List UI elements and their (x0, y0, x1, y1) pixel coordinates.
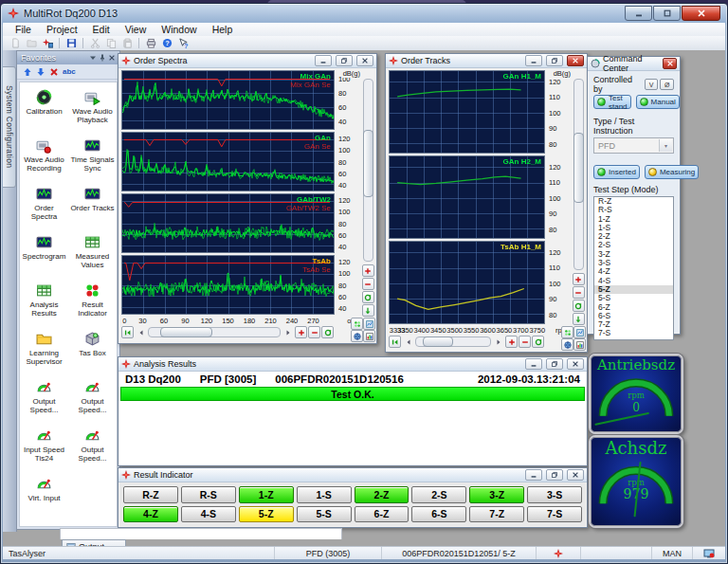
delete-icon[interactable] (49, 67, 59, 77)
paste-button[interactable] (119, 37, 135, 49)
spectra-plot-gab-tw2[interactable]: GAb/TW2GAb/TW2 Se (121, 193, 335, 253)
zoom-in-y-button[interactable] (362, 264, 374, 277)
scroll-right-button[interactable] (492, 336, 504, 348)
display-options-button[interactable] (363, 330, 375, 342)
type-select[interactable]: PFD ▾ (593, 137, 674, 154)
favorites-item-output-speed-12[interactable]: Output Speed... (20, 379, 68, 421)
minimize-button[interactable] (625, 6, 652, 21)
minimize-button[interactable] (315, 55, 332, 66)
menu-edit[interactable]: Edit (85, 24, 118, 35)
zoom-out-x-button[interactable] (308, 326, 320, 338)
favorites-item-time-signals-sync-3[interactable]: Time Signals Sync (68, 137, 117, 179)
v-scrollbar[interactable] (363, 79, 373, 262)
v-scrollbar-thumb[interactable] (573, 133, 584, 203)
result-cell-2-s[interactable]: 2-S (411, 486, 466, 503)
cut-button[interactable] (87, 37, 102, 49)
fit-y-button[interactable] (573, 313, 585, 325)
autoscale-button[interactable] (351, 318, 363, 330)
h-scrollbar-thumb[interactable] (423, 337, 453, 347)
favorites-item-analysis-results-8[interactable]: Analysis Results (20, 282, 68, 324)
scroll-first-button[interactable] (389, 336, 401, 348)
save-button[interactable] (64, 37, 79, 49)
spectra-plot-gan[interactable]: GAnGAn Se (121, 132, 335, 191)
favorites-item-input-speed-tis24-14[interactable]: Input Speed Tis24 (20, 428, 68, 469)
reset-x-button[interactable] (532, 336, 544, 348)
favorites-item-wave-audio-recording-2[interactable]: Wave Audio Recording (20, 137, 68, 179)
dropdown-arrow-icon[interactable]: ▾ (659, 139, 672, 152)
rename-button[interactable]: abc (63, 67, 76, 76)
menu-file[interactable]: File (8, 24, 39, 35)
result-cell-5-z[interactable]: 5-Z (239, 506, 294, 523)
scroll-right-button[interactable] (282, 326, 294, 338)
zoom-in-x-button[interactable] (505, 336, 518, 348)
zoom-out-y-button[interactable] (573, 286, 585, 299)
result-cell-3-z[interactable]: 3-Z (469, 486, 524, 503)
tracks-plot-gan-h1-m[interactable]: GAn H1_M (389, 70, 545, 154)
reset-y-button[interactable] (362, 291, 374, 303)
manual-button[interactable]: Manual (636, 95, 680, 109)
favorites-item-output-speed-15[interactable]: Output Speed... (68, 428, 117, 469)
option-o-button[interactable]: Ø (660, 79, 674, 90)
result-cell-4-s[interactable]: 4-S (181, 506, 236, 523)
restore-button[interactable] (546, 358, 563, 370)
reset-x-button[interactable] (321, 326, 334, 338)
scroll-left-button[interactable] (135, 326, 147, 338)
close-button[interactable] (567, 469, 584, 481)
move-down-icon[interactable] (36, 67, 46, 77)
v-scrollbar-thumb[interactable] (363, 130, 373, 197)
close-button[interactable] (663, 58, 677, 69)
result-cell-1-s[interactable]: 1-S (297, 486, 352, 503)
tracks-plot-gan-h2-m[interactable]: GAn H2_M (389, 155, 545, 239)
result-cell-5-s[interactable]: 5-S (297, 506, 352, 523)
restore-button[interactable] (546, 469, 563, 481)
test-stand-button[interactable]: Test stand (593, 95, 631, 109)
result-cell-r-z[interactable]: R-Z (123, 486, 178, 503)
favorites-item-tas-box-11[interactable]: Tas Box (68, 331, 117, 373)
menu-window[interactable]: Window (154, 24, 204, 35)
favorites-button[interactable] (40, 37, 55, 49)
minimize-button[interactable] (525, 358, 542, 370)
chart-mode-button[interactable] (363, 318, 375, 330)
favorites-item-spectrogram-6[interactable]: Spectrogram (20, 234, 68, 276)
result-cell-2-z[interactable]: 2-Z (355, 486, 410, 503)
favorites-item-order-spectra-4[interactable]: Order Spectra (20, 186, 68, 227)
zoom-in-x-button[interactable] (295, 326, 307, 338)
autoscale-button[interactable] (561, 326, 573, 338)
settings-button[interactable] (351, 330, 363, 342)
menu-project[interactable]: Project (39, 24, 85, 35)
result-cell-7-z[interactable]: 7-Z (469, 506, 524, 523)
zoom-out-x-button[interactable] (519, 336, 531, 348)
context-help-button[interactable]: ? (175, 37, 191, 49)
h-scrollbar[interactable] (148, 327, 281, 337)
result-cell-r-s[interactable]: R-S (181, 486, 236, 503)
restore-button[interactable] (546, 55, 563, 66)
move-up-icon[interactable] (23, 67, 32, 77)
h-scrollbar[interactable] (415, 337, 491, 347)
minimize-button[interactable] (525, 55, 542, 66)
v-scrollbar[interactable] (573, 79, 584, 270)
settings-button[interactable] (561, 338, 573, 351)
zoom-out-y-button[interactable] (362, 278, 374, 290)
display-options-button[interactable] (573, 338, 586, 351)
inserted-button[interactable]: Inserted (593, 165, 640, 179)
favorites-item-virt-input-16[interactable]: Virt. Input (20, 476, 68, 518)
spectra-plot-mix-gan[interactable]: Mix GAnMix GAn Se (121, 70, 335, 130)
print-button[interactable] (143, 37, 158, 49)
restore-button[interactable] (336, 55, 353, 66)
chevron-down-icon[interactable] (89, 54, 97, 62)
spectra-plot-tsab[interactable]: TsAbTsAb Se (121, 255, 335, 315)
close-button[interactable] (567, 358, 584, 370)
tracks-plot-tsab-h1-m[interactable]: TsAb H1_M (389, 241, 545, 324)
result-cell-4-z[interactable]: 4-Z (123, 506, 178, 523)
chart-mode-button[interactable] (573, 326, 586, 338)
close-button[interactable] (682, 6, 720, 21)
favorites-item-output-speed-13[interactable]: Output Speed... (68, 379, 117, 421)
favorites-item-calibration-0[interactable]: Calibration (20, 89, 68, 131)
test-step-7-s[interactable]: 7-S (594, 329, 673, 337)
favorites-item-learning-supervisor-10[interactable]: Learning Supervisor (20, 331, 68, 373)
favorites-item-measured-values-7[interactable]: Measured Values (68, 234, 117, 276)
tab-system-configuration[interactable]: System Configuration (3, 66, 16, 188)
fit-y-button[interactable] (362, 304, 374, 317)
open-project-button[interactable] (24, 37, 39, 49)
measuring-button[interactable]: Measuring (645, 165, 699, 179)
